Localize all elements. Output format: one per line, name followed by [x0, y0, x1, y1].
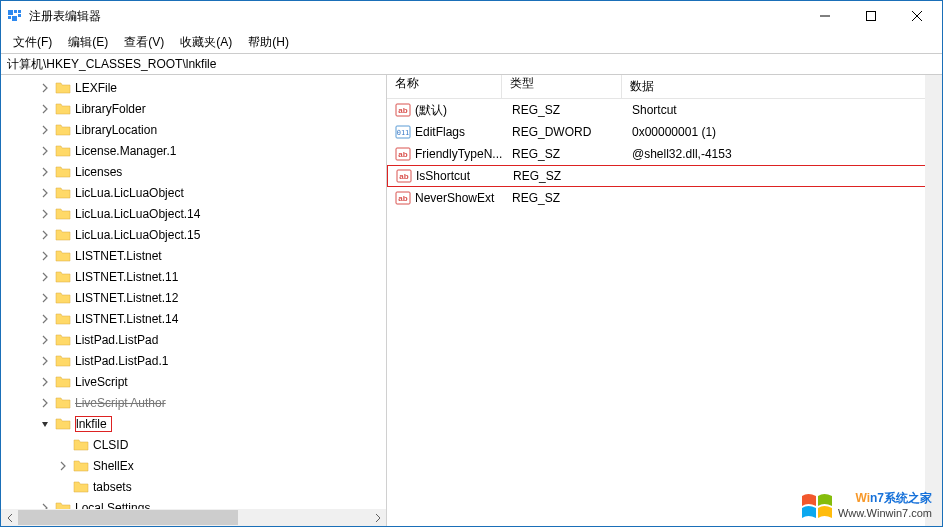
expander-icon[interactable] — [37, 206, 53, 222]
tree-item-liclua-licluaobject-15[interactable]: LicLua.LicLuaObject.15 — [1, 224, 386, 245]
tree-item-librarylocation[interactable]: LibraryLocation — [1, 119, 386, 140]
tree-item-listnet-listnet-11[interactable]: LISTNET.Listnet.11 — [1, 266, 386, 287]
value-type: REG_SZ — [512, 191, 632, 205]
tree-item-shellex[interactable]: ShellEx — [1, 455, 386, 476]
expander-icon[interactable] — [37, 248, 53, 264]
value-row-isshortcut[interactable]: abIsShortcutREG_SZ — [387, 165, 942, 187]
expander-icon[interactable] — [37, 164, 53, 180]
folder-icon — [55, 290, 71, 306]
tree-pane: LEXFileLibraryFolderLibraryLocationLicen… — [1, 75, 387, 526]
expander-icon[interactable] — [37, 122, 53, 138]
expander-icon[interactable] — [37, 374, 53, 390]
tree-label: LEXFile — [75, 81, 117, 95]
tree-label: CLSID — [93, 438, 128, 452]
folder-icon — [55, 248, 71, 264]
expander-icon[interactable] — [55, 437, 71, 453]
svg-rect-0 — [8, 10, 13, 15]
values-list[interactable]: ab(默认)REG_SZShortcut011EditFlagsREG_DWOR… — [387, 99, 942, 209]
tree-item-livescript-author[interactable]: LiveScript Author — [1, 392, 386, 413]
tree-item-local-settings[interactable]: Local Settings — [1, 497, 386, 509]
menu-favorites[interactable]: 收藏夹(A) — [174, 32, 238, 53]
svg-rect-1 — [14, 10, 17, 13]
tree-label: LibraryFolder — [75, 102, 146, 116]
tree-label: LISTNET.Listnet — [75, 249, 162, 263]
folder-icon — [55, 101, 71, 117]
title-bar: 注册表编辑器 — [1, 1, 942, 31]
svg-text:011: 011 — [397, 129, 410, 137]
tree-item-license-manager-1[interactable]: License.Manager.1 — [1, 140, 386, 161]
value-row-nevershowext[interactable]: abNeverShowExtREG_SZ — [387, 187, 942, 209]
tree-item-listnet-listnet[interactable]: LISTNET.Listnet — [1, 245, 386, 266]
tree-label: LISTNET.Listnet.14 — [75, 312, 178, 326]
value-row-----[interactable]: ab(默认)REG_SZShortcut — [387, 99, 942, 121]
expander-icon[interactable] — [55, 458, 71, 474]
expander-icon[interactable] — [37, 185, 53, 201]
maximize-button[interactable] — [848, 1, 894, 31]
column-name[interactable]: 名称 — [387, 75, 502, 98]
expander-icon[interactable] — [37, 332, 53, 348]
tree-label: ShellEx — [93, 459, 134, 473]
tree-item-tabsets[interactable]: tabsets — [1, 476, 386, 497]
content-area: LEXFileLibraryFolderLibraryLocationLicen… — [1, 75, 942, 526]
tree-label: License.Manager.1 — [75, 144, 176, 158]
menu-file[interactable]: 文件(F) — [7, 32, 58, 53]
tree-item-listpad-listpad[interactable]: ListPad.ListPad — [1, 329, 386, 350]
expander-icon[interactable] — [37, 290, 53, 306]
tree-item-lexfile[interactable]: LEXFile — [1, 77, 386, 98]
registry-tree[interactable]: LEXFileLibraryFolderLibraryLocationLicen… — [1, 75, 386, 509]
expander-icon[interactable] — [37, 269, 53, 285]
column-data[interactable]: 数据 — [622, 78, 942, 95]
address-bar[interactable]: 计算机\HKEY_CLASSES_ROOT\lnkfile — [1, 53, 942, 75]
window-controls — [802, 1, 940, 31]
tree-item-clsid[interactable]: CLSID — [1, 434, 386, 455]
watermark-line2: Www.Winwin7.com — [838, 507, 932, 519]
expander-icon[interactable] — [37, 311, 53, 327]
folder-icon — [55, 227, 71, 243]
tree-label: lnkfile — [76, 417, 107, 431]
expander-icon[interactable] — [37, 227, 53, 243]
minimize-button[interactable] — [802, 1, 848, 31]
tree-item-licenses[interactable]: Licenses — [1, 161, 386, 182]
svg-text:ab: ab — [398, 106, 407, 115]
expander-icon[interactable] — [55, 479, 71, 495]
folder-icon — [55, 311, 71, 327]
tree-item-lnkfile[interactable]: lnkfile — [1, 413, 386, 434]
scrollbar-thumb[interactable] — [18, 510, 238, 525]
tree-label: Licenses — [75, 165, 122, 179]
column-headers: 名称 类型 数据 — [387, 75, 942, 99]
tree-label: tabsets — [93, 480, 132, 494]
column-type[interactable]: 类型 — [502, 75, 622, 98]
expander-icon[interactable] — [37, 80, 53, 96]
tree-item-listnet-listnet-14[interactable]: LISTNET.Listnet.14 — [1, 308, 386, 329]
menu-help[interactable]: 帮助(H) — [242, 32, 295, 53]
regedit-icon — [7, 8, 23, 24]
tree-label: LibraryLocation — [75, 123, 157, 137]
expander-icon[interactable] — [37, 143, 53, 159]
value-row-friendlytypen---[interactable]: abFriendlyTypeN...REG_SZ@shell32.dll,-41… — [387, 143, 942, 165]
string-value-icon: ab — [395, 190, 411, 206]
tree-item-libraryfolder[interactable]: LibraryFolder — [1, 98, 386, 119]
value-data: @shell32.dll,-4153 — [632, 147, 942, 161]
tree-item-listnet-listnet-12[interactable]: LISTNET.Listnet.12 — [1, 287, 386, 308]
tree-horizontal-scrollbar[interactable] — [1, 509, 386, 526]
value-row-editflags[interactable]: 011EditFlagsREG_DWORD0x00000001 (1) — [387, 121, 942, 143]
menu-view[interactable]: 查看(V) — [118, 32, 170, 53]
tree-item-liclua-licluaobject[interactable]: LicLua.LicLuaObject — [1, 182, 386, 203]
expander-icon[interactable] — [37, 395, 53, 411]
menu-edit[interactable]: 编辑(E) — [62, 32, 114, 53]
expander-icon[interactable] — [37, 500, 53, 510]
close-button[interactable] — [894, 1, 940, 31]
scroll-right-icon[interactable] — [369, 509, 386, 526]
folder-icon — [55, 122, 71, 138]
value-name: (默认) — [415, 102, 512, 119]
scroll-left-icon[interactable] — [1, 509, 18, 526]
tree-item-livescript[interactable]: LiveScript — [1, 371, 386, 392]
tree-label: LISTNET.Listnet.12 — [75, 291, 178, 305]
expander-icon[interactable] — [37, 353, 53, 369]
value-type: REG_SZ — [513, 169, 633, 183]
expander-icon[interactable] — [37, 416, 53, 432]
expander-icon[interactable] — [37, 101, 53, 117]
tree-item-liclua-licluaobject-14[interactable]: LicLua.LicLuaObject.14 — [1, 203, 386, 224]
values-vertical-scrollbar[interactable] — [925, 75, 942, 526]
tree-item-listpad-listpad-1[interactable]: ListPad.ListPad.1 — [1, 350, 386, 371]
